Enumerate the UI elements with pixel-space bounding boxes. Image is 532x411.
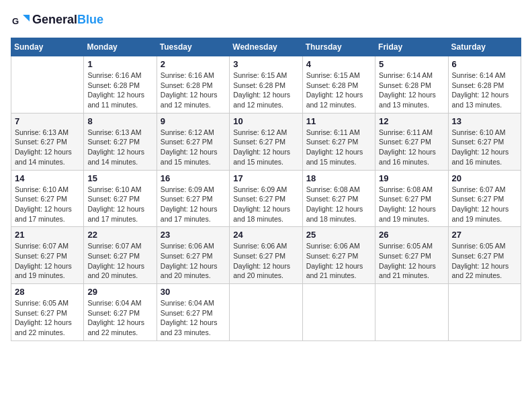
day-number: 7 (15, 116, 80, 126)
day-number: 30 (161, 287, 226, 297)
weekday-header: Wednesday (230, 38, 302, 56)
weekday-header: Saturday (448, 38, 521, 56)
day-number: 28 (15, 287, 80, 297)
day-info: Sunrise: 6:10 AM Sunset: 6:27 PM Dayligh… (15, 185, 80, 224)
calendar-cell: 19Sunrise: 6:08 AM Sunset: 6:27 PM Dayli… (375, 170, 448, 227)
calendar-cell: 20Sunrise: 6:07 AM Sunset: 6:27 PM Dayli… (448, 170, 521, 227)
calendar-cell: 11Sunrise: 6:11 AM Sunset: 6:27 PM Dayli… (302, 113, 375, 170)
calendar-header: SundayMondayTuesdayWednesdayThursdayFrid… (11, 38, 521, 56)
calendar-cell: 25Sunrise: 6:06 AM Sunset: 6:27 PM Dayli… (302, 227, 375, 284)
weekday-header: Friday (375, 38, 448, 56)
day-info: Sunrise: 6:13 AM Sunset: 6:27 PM Dayligh… (15, 128, 80, 167)
calendar-cell: 26Sunrise: 6:05 AM Sunset: 6:27 PM Dayli… (375, 227, 448, 284)
calendar-week-row: 21Sunrise: 6:07 AM Sunset: 6:27 PM Dayli… (11, 227, 521, 284)
day-info: Sunrise: 6:08 AM Sunset: 6:27 PM Dayligh… (306, 185, 371, 224)
weekday-header: Monday (84, 38, 157, 56)
day-number: 1 (87, 59, 152, 69)
weekday-header: Sunday (11, 38, 84, 56)
day-number: 21 (15, 230, 80, 240)
calendar-week-row: 7Sunrise: 6:13 AM Sunset: 6:27 PM Daylig… (11, 113, 521, 170)
day-info: Sunrise: 6:07 AM Sunset: 6:27 PM Dayligh… (452, 185, 517, 224)
day-number: 6 (452, 59, 517, 69)
day-number: 2 (161, 59, 226, 69)
logo-icon: G (11, 11, 30, 30)
calendar-cell: 9Sunrise: 6:12 AM Sunset: 6:27 PM Daylig… (157, 113, 229, 170)
logo: G GeneralBlue (11, 11, 103, 30)
day-info: Sunrise: 6:06 AM Sunset: 6:27 PM Dayligh… (306, 241, 371, 281)
day-info: Sunrise: 6:09 AM Sunset: 6:27 PM Dayligh… (161, 185, 226, 224)
calendar-cell: 29Sunrise: 6:04 AM Sunset: 6:27 PM Dayli… (84, 284, 157, 341)
day-info: Sunrise: 6:06 AM Sunset: 6:27 PM Dayligh… (233, 241, 298, 281)
calendar-cell: 7Sunrise: 6:13 AM Sunset: 6:27 PM Daylig… (11, 113, 84, 170)
calendar-week-row: 14Sunrise: 6:10 AM Sunset: 6:27 PM Dayli… (11, 170, 521, 227)
day-number: 8 (87, 116, 152, 126)
calendar-cell: 2Sunrise: 6:16 AM Sunset: 6:28 PM Daylig… (157, 56, 229, 113)
day-number: 26 (379, 230, 444, 240)
day-number: 12 (379, 116, 444, 126)
day-info: Sunrise: 6:05 AM Sunset: 6:27 PM Dayligh… (379, 241, 444, 281)
day-info: Sunrise: 6:11 AM Sunset: 6:27 PM Dayligh… (306, 128, 371, 167)
day-number: 4 (306, 59, 371, 69)
day-info: Sunrise: 6:14 AM Sunset: 6:28 PM Dayligh… (452, 71, 517, 110)
day-info: Sunrise: 6:10 AM Sunset: 6:27 PM Dayligh… (87, 185, 152, 224)
day-info: Sunrise: 6:08 AM Sunset: 6:27 PM Dayligh… (379, 185, 444, 224)
calendar-cell: 22Sunrise: 6:07 AM Sunset: 6:27 PM Dayli… (84, 227, 157, 284)
day-info: Sunrise: 6:11 AM Sunset: 6:27 PM Dayligh… (379, 128, 444, 167)
day-info: Sunrise: 6:04 AM Sunset: 6:27 PM Dayligh… (87, 298, 152, 338)
svg-text:G: G (12, 16, 19, 26)
calendar-cell: 10Sunrise: 6:12 AM Sunset: 6:27 PM Dayli… (230, 113, 302, 170)
calendar-cell: 21Sunrise: 6:07 AM Sunset: 6:27 PM Dayli… (11, 227, 84, 284)
calendar-cell: 27Sunrise: 6:05 AM Sunset: 6:27 PM Dayli… (448, 227, 521, 284)
day-info: Sunrise: 6:13 AM Sunset: 6:27 PM Dayligh… (87, 128, 152, 167)
day-info: Sunrise: 6:10 AM Sunset: 6:27 PM Dayligh… (452, 128, 517, 167)
day-number: 23 (161, 230, 226, 240)
day-number: 29 (87, 287, 152, 297)
calendar-week-row: 28Sunrise: 6:05 AM Sunset: 6:27 PM Dayli… (11, 284, 521, 341)
calendar-cell: 5Sunrise: 6:14 AM Sunset: 6:28 PM Daylig… (375, 56, 448, 113)
logo-text: GeneralBlue (32, 13, 103, 27)
day-info: Sunrise: 6:16 AM Sunset: 6:28 PM Dayligh… (161, 71, 226, 110)
calendar-cell: 6Sunrise: 6:14 AM Sunset: 6:28 PM Daylig… (448, 56, 521, 113)
day-number: 13 (452, 116, 517, 126)
day-info: Sunrise: 6:12 AM Sunset: 6:27 PM Dayligh… (233, 128, 298, 167)
svg-marker-1 (23, 15, 30, 21)
calendar-cell (448, 284, 521, 341)
calendar-cell: 24Sunrise: 6:06 AM Sunset: 6:27 PM Dayli… (230, 227, 302, 284)
day-number: 10 (233, 116, 298, 126)
calendar-cell (375, 284, 448, 341)
day-number: 5 (379, 59, 444, 69)
day-info: Sunrise: 6:07 AM Sunset: 6:27 PM Dayligh… (15, 241, 80, 281)
weekday-header: Thursday (302, 38, 375, 56)
calendar-cell: 3Sunrise: 6:15 AM Sunset: 6:28 PM Daylig… (230, 56, 302, 113)
day-number: 22 (87, 230, 152, 240)
day-number: 18 (306, 173, 371, 183)
day-info: Sunrise: 6:05 AM Sunset: 6:27 PM Dayligh… (452, 241, 517, 281)
day-info: Sunrise: 6:16 AM Sunset: 6:28 PM Dayligh… (87, 71, 152, 110)
day-info: Sunrise: 6:05 AM Sunset: 6:27 PM Dayligh… (15, 298, 80, 338)
day-info: Sunrise: 6:14 AM Sunset: 6:28 PM Dayligh… (379, 71, 444, 110)
day-info: Sunrise: 6:04 AM Sunset: 6:27 PM Dayligh… (161, 298, 226, 338)
day-info: Sunrise: 6:09 AM Sunset: 6:27 PM Dayligh… (233, 185, 298, 224)
weekday-header: Tuesday (157, 38, 229, 56)
day-number: 9 (161, 116, 226, 126)
day-info: Sunrise: 6:07 AM Sunset: 6:27 PM Dayligh… (87, 241, 152, 281)
calendar-cell: 8Sunrise: 6:13 AM Sunset: 6:27 PM Daylig… (84, 113, 157, 170)
calendar-cell: 23Sunrise: 6:06 AM Sunset: 6:27 PM Dayli… (157, 227, 229, 284)
calendar-cell (11, 56, 84, 113)
calendar-cell: 28Sunrise: 6:05 AM Sunset: 6:27 PM Dayli… (11, 284, 84, 341)
day-number: 11 (306, 116, 371, 126)
calendar-cell: 17Sunrise: 6:09 AM Sunset: 6:27 PM Dayli… (230, 170, 302, 227)
calendar-cell (302, 284, 375, 341)
page-header: G GeneralBlue (11, 11, 521, 30)
calendar-cell: 14Sunrise: 6:10 AM Sunset: 6:27 PM Dayli… (11, 170, 84, 227)
day-number: 19 (379, 173, 444, 183)
calendar-cell: 15Sunrise: 6:10 AM Sunset: 6:27 PM Dayli… (84, 170, 157, 227)
day-number: 25 (306, 230, 371, 240)
calendar-week-row: 1Sunrise: 6:16 AM Sunset: 6:28 PM Daylig… (11, 56, 521, 113)
calendar-cell: 30Sunrise: 6:04 AM Sunset: 6:27 PM Dayli… (157, 284, 229, 341)
day-info: Sunrise: 6:15 AM Sunset: 6:28 PM Dayligh… (233, 71, 298, 110)
day-number: 15 (87, 173, 152, 183)
calendar-cell: 16Sunrise: 6:09 AM Sunset: 6:27 PM Dayli… (157, 170, 229, 227)
day-info: Sunrise: 6:06 AM Sunset: 6:27 PM Dayligh… (161, 241, 226, 281)
day-number: 17 (233, 173, 298, 183)
